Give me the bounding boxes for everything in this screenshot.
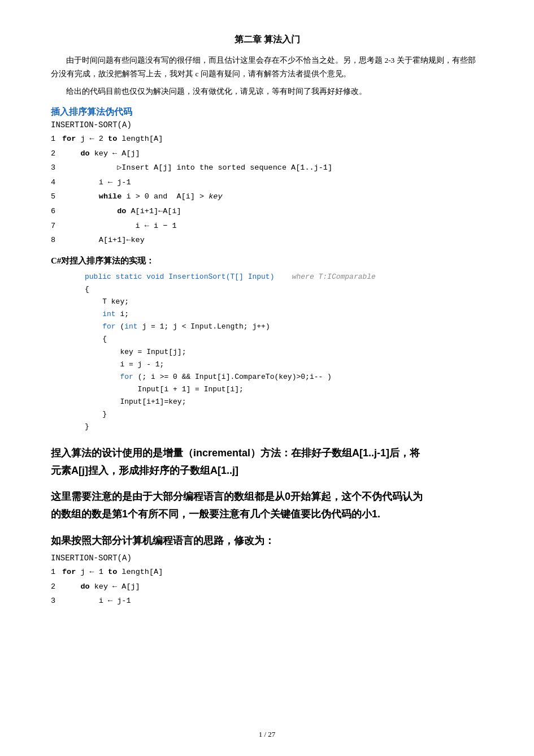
- pseudocode-block2: 1 for j ← 1 to length[A] 2 do key ← A[j]…: [51, 565, 483, 608]
- code-line-11: Input[i+1]=key;: [85, 396, 483, 408]
- desc2: 这里需要注意的是由于大部分编程语言的数组都是从0开始算起，这个不伪代码认为的数组…: [51, 488, 483, 522]
- chapter-title: 第二章 算法入门: [51, 34, 483, 46]
- pseudo-line-2: 2 do key ← A[j]: [51, 146, 483, 161]
- desc3: 如果按照大部分计算机编程语言的思路，修改为：: [51, 532, 483, 550]
- code-line-10: Input[i + 1] = Input[i];: [85, 383, 483, 396]
- pseudo2-line-3: 3 i ← j-1: [51, 594, 483, 608]
- pseudo-line-6: 6 do A[i+1]←A[i]: [51, 204, 483, 219]
- pseudocode-block1: 1 for j ← 2 to length[A] 2 do key ← A[j]…: [51, 132, 483, 248]
- pseudo2-line-1: 1 for j ← 1 to length[A]: [51, 565, 483, 580]
- code-line-13: }: [85, 421, 483, 433]
- algo2-name: INSERTION-SORT(A): [51, 554, 483, 563]
- page-container: 第二章 算法入门 由于时间问题有些问题没有写的很仔细，而且估计这里会存在不少不恰…: [0, 0, 534, 756]
- pseudo-line-5: 5 while i > 0 and A[i] > key: [51, 189, 483, 204]
- code-line-4: int i;: [85, 308, 483, 321]
- code-line-6: {: [85, 333, 483, 345]
- code-block1: public static void InsertionSort(T[] Inp…: [85, 271, 483, 433]
- code-line-12: }: [85, 408, 483, 421]
- code-line-9: for (; i >= 0 && Input[i].CompareTo(key)…: [85, 371, 483, 383]
- desc1: 捏入算法的设计使用的是增量（incremental）方法：在排好子数组A[1..…: [51, 444, 483, 479]
- algo1-name: INSERTION-SORT(A): [51, 120, 483, 129]
- pseudo-line-3: 3 ▷Insert A[j] into the sorted sequence …: [51, 161, 483, 175]
- code-line-1: public static void InsertionSort(T[] Inp…: [85, 271, 483, 283]
- code-line-5: for (int j = 1; j < Input.Length; j++): [85, 321, 483, 333]
- pseudo-line-1: 1 for j ← 2 to length[A]: [51, 132, 483, 146]
- section1-title: 插入排序算法伪代码: [51, 106, 483, 118]
- pseudo-line-4: 4 i ← j-1: [51, 175, 483, 190]
- code-line-7: key = Input[j];: [85, 346, 483, 358]
- pseudo-line-8: 8 A[i+1]←key: [51, 233, 483, 248]
- pseudo-line-7: 7 i ← i − 1: [51, 219, 483, 234]
- page-footer: 1 / 27: [0, 730, 534, 739]
- code-line-3: T key;: [85, 296, 483, 308]
- intro-para2: 给出的代码目前也仅仅为解决问题，没有做优化，请见谅，等有时间了我再好好修改。: [51, 85, 483, 98]
- cs-impl-title: C#对捏入排序算法的实现：: [51, 256, 483, 266]
- pseudo2-line-2: 2 do key ← A[j]: [51, 580, 483, 594]
- code-line-2: {: [85, 283, 483, 296]
- intro-para1: 由于时间问题有些问题没有写的很仔细，而且估计这里会存在不少不恰当之处。另，思考题…: [51, 54, 483, 81]
- code-line-8: i = j - 1;: [85, 358, 483, 371]
